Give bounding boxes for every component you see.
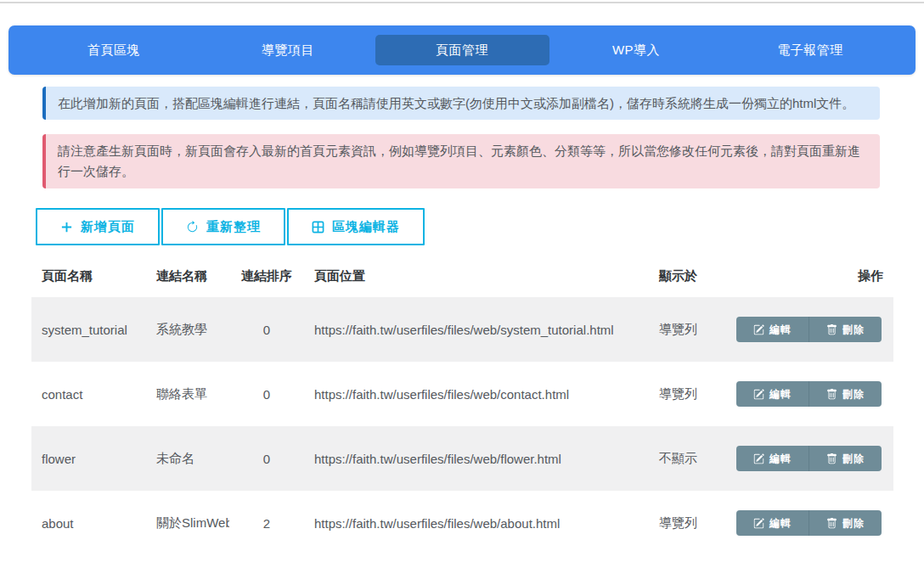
cell-visibility: 導覽列: [649, 386, 734, 402]
cell-visibility: 導覽列: [649, 322, 734, 338]
table-row: contact 聯絡表單 0 https://faith.tw/userfile…: [31, 362, 893, 426]
add-page-button[interactable]: 新增頁面: [36, 208, 160, 245]
add-page-label: 新增頁面: [81, 219, 135, 235]
plus-icon: [60, 221, 73, 233]
block-editor-button[interactable]: 區塊編輯器: [287, 208, 425, 245]
table-row: flower 未命名 0 https://faith.tw/userfiles/…: [31, 426, 893, 491]
nav-tab-page-management[interactable]: 頁面管理: [375, 35, 549, 65]
cell-link-order: 2: [229, 516, 304, 531]
header-visibility: 顯示於: [649, 268, 734, 284]
cell-link-order: 0: [229, 323, 304, 337]
info-alert: 在此增加新的頁面，搭配區塊編輯進行連結，頁面名稱請使用英文或數字(勿使用中文或添…: [42, 87, 880, 120]
table-header-row: 頁面名稱 連結名稱 連結排序 頁面位置 顯示於 操作: [31, 255, 893, 297]
delete-button[interactable]: 刪除: [809, 381, 882, 407]
header-link-name: 連結名稱: [146, 268, 229, 284]
table-row: about 關於SlimWeb 2 https://faith.tw/userf…: [31, 491, 893, 555]
delete-button[interactable]: 刪除: [809, 317, 882, 342]
trash-icon: [826, 453, 837, 464]
edit-label: 編輯: [769, 516, 792, 531]
header-page-location: 頁面位置: [304, 268, 649, 284]
nav-tab-wp-import[interactable]: WP導入: [549, 35, 724, 65]
edit-label: 編輯: [769, 323, 792, 337]
warning-alert: 請注意產生新頁面時，新頁面會存入最新的首頁元素資訊，例如導覽列項目、元素顏色、分…: [42, 134, 880, 188]
refresh-label: 重新整理: [206, 219, 261, 235]
trash-icon: [826, 389, 837, 400]
cell-page-name: contact: [31, 387, 146, 402]
edit-button[interactable]: 編輯: [736, 317, 809, 342]
main-nav: 首頁區塊 導覽項目 頁面管理 WP導入 電子報管理: [8, 25, 916, 75]
cell-link-name: 聯絡表單: [146, 386, 229, 402]
cell-page-url: https://faith.tw/userfiles/files/web/flo…: [304, 452, 649, 466]
table-row: system_tutorial 系統教學 0 https://faith.tw/…: [31, 297, 893, 362]
cell-link-order: 0: [229, 452, 304, 466]
pencil-icon: [753, 453, 764, 464]
delete-button[interactable]: 刪除: [809, 446, 882, 471]
cell-link-name: 未命名: [146, 451, 229, 467]
header-link-order: 連結排序: [229, 268, 304, 284]
cell-page-url: https://faith.tw/userfiles/files/web/sys…: [304, 323, 649, 337]
delete-label: 刪除: [842, 387, 865, 402]
delete-label: 刪除: [842, 516, 865, 531]
refresh-icon: [186, 221, 199, 233]
toolbar: 新增頁面 重新整理 區塊編輯器: [36, 208, 924, 245]
cell-visibility: 導覽列: [649, 515, 734, 531]
delete-button[interactable]: 刪除: [809, 510, 882, 536]
cell-page-url: https://faith.tw/userfiles/files/web/con…: [304, 387, 649, 402]
cell-page-name: system_tutorial: [31, 323, 146, 337]
pencil-icon: [753, 389, 764, 400]
page-top-divider: [0, 2, 924, 3]
pencil-icon: [753, 324, 764, 335]
refresh-button[interactable]: 重新整理: [161, 208, 285, 245]
header-page-name: 頁面名稱: [31, 268, 146, 284]
grid-icon: [312, 221, 324, 233]
cell-page-name: flower: [31, 452, 146, 466]
pages-table: 頁面名稱 連結名稱 連結排序 頁面位置 顯示於 操作 system_tutori…: [31, 255, 893, 555]
cell-visibility: 不顯示: [649, 451, 734, 467]
edit-button[interactable]: 編輯: [736, 446, 809, 471]
delete-label: 刪除: [842, 452, 865, 466]
nav-tab-newsletter[interactable]: 電子報管理: [724, 35, 898, 65]
trash-icon: [826, 324, 837, 335]
edit-label: 編輯: [769, 452, 792, 466]
nav-tab-home-blocks[interactable]: 首頁區塊: [27, 35, 201, 65]
cell-page-name: about: [31, 516, 146, 531]
cell-link-order: 0: [229, 387, 304, 402]
delete-label: 刪除: [842, 323, 865, 337]
edit-button[interactable]: 編輯: [736, 510, 809, 536]
edit-button[interactable]: 編輯: [736, 381, 809, 407]
trash-icon: [826, 518, 837, 529]
block-editor-label: 區塊編輯器: [332, 219, 400, 235]
cell-link-name: 系統教學: [146, 322, 229, 338]
pencil-icon: [753, 518, 764, 529]
cell-page-url: https://faith.tw/userfiles/files/web/abo…: [304, 516, 649, 531]
header-actions: 操作: [734, 268, 893, 284]
nav-tab-nav-items[interactable]: 導覽項目: [201, 35, 375, 65]
cell-link-name: 關於SlimWeb: [146, 515, 229, 531]
edit-label: 編輯: [769, 387, 792, 402]
